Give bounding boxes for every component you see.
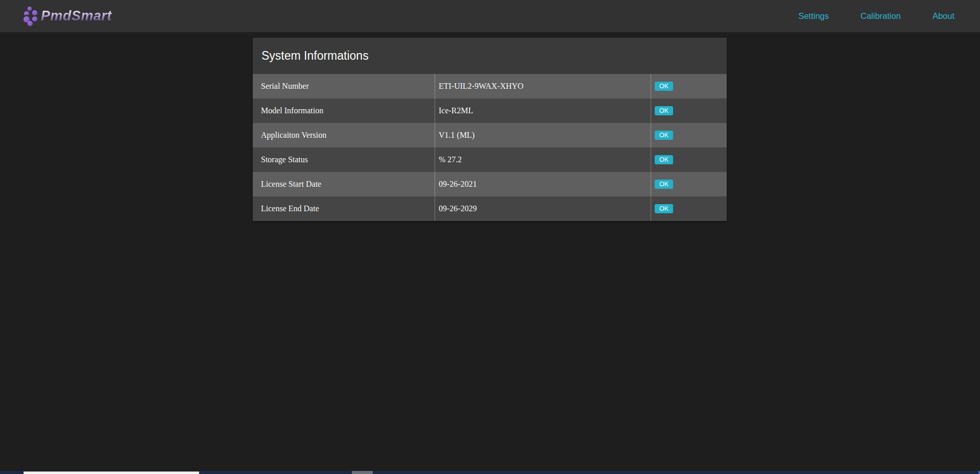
- panel-header: System Informations: [253, 38, 727, 74]
- page: { "header": { "logo": { "text": "PmdSmar…: [0, 0, 980, 474]
- row-action-cell: OK: [651, 147, 727, 172]
- ok-button[interactable]: OK: [655, 106, 673, 115]
- row-value: V1.1 (ML): [435, 123, 651, 147]
- row-action-cell: OK: [651, 196, 727, 221]
- row-value: Ice-R2ML: [435, 98, 651, 123]
- system-information-panel: System Informations Serial Number ETI-UI…: [253, 38, 727, 221]
- row-action-cell: OK: [651, 172, 727, 196]
- row-value: 09-26-2021: [435, 172, 651, 196]
- table-row-license-end-date: License End Date 09-26-2029 OK: [253, 196, 727, 221]
- row-label: License Start Date: [253, 172, 435, 196]
- system-info-table: Serial Number ETI-UIL2-9WAX-XHYO OK Mode…: [253, 74, 727, 221]
- table-row-model-information: Model Information Ice-R2ML OK: [253, 98, 727, 123]
- table-row-license-start-date: License Start Date 09-26-2021 OK: [253, 172, 727, 196]
- panel-title: System Informations: [261, 49, 369, 63]
- table-row-application-version: Applicaiton Version V1.1 (ML) OK: [253, 123, 727, 147]
- row-value: 09-26-2029: [435, 196, 651, 221]
- row-label: Storage Status: [253, 147, 435, 172]
- table-row-storage-status: Storage Status % 27.2 OK: [253, 147, 727, 172]
- ok-button[interactable]: OK: [655, 204, 673, 213]
- row-action-cell: OK: [651, 98, 727, 123]
- ok-button[interactable]: OK: [655, 131, 673, 140]
- row-label: Model Information: [253, 98, 435, 123]
- nav-link-settings[interactable]: Settings: [798, 11, 829, 21]
- row-action-cell: OK: [651, 74, 727, 98]
- row-label: Applicaiton Version: [253, 123, 435, 147]
- main-nav: Settings Calibration About: [798, 11, 954, 21]
- row-action-cell: OK: [651, 123, 727, 147]
- app-logo[interactable]: PmdSmart: [22, 6, 112, 26]
- pmdsmart-dots-logo-icon: [22, 6, 38, 26]
- row-value: % 27.2: [435, 147, 651, 172]
- taskbar-window-preview[interactable]: [23, 471, 199, 474]
- nav-link-calibration[interactable]: Calibration: [861, 11, 901, 21]
- taskbar-edge: [0, 471, 980, 474]
- row-label: Serial Number: [253, 74, 435, 98]
- taskbar-item[interactable]: [352, 471, 373, 474]
- top-navigation-bar: PmdSmart Settings Calibration About: [0, 0, 980, 32]
- app-logo-text: PmdSmart: [41, 8, 112, 24]
- ok-button[interactable]: OK: [655, 180, 673, 189]
- row-value: ETI-UIL2-9WAX-XHYO: [435, 74, 651, 98]
- ok-button[interactable]: OK: [655, 155, 673, 164]
- ok-button[interactable]: OK: [655, 82, 673, 91]
- nav-link-about[interactable]: About: [933, 11, 954, 21]
- row-label: License End Date: [253, 196, 435, 221]
- table-row-serial-number: Serial Number ETI-UIL2-9WAX-XHYO OK: [253, 74, 727, 98]
